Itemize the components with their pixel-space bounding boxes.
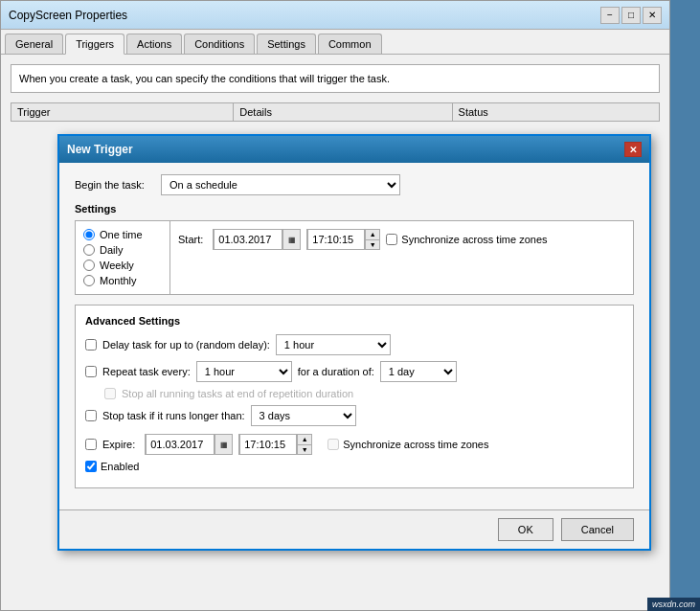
expire-calendar-icon[interactable]: ▦ bbox=[215, 435, 232, 454]
expire-row: Expire: ▦ ▲ ▼ Synchronize across time zo… bbox=[85, 434, 623, 455]
expire-time-field: ▲ ▼ bbox=[238, 434, 312, 455]
minimize-button[interactable]: − bbox=[600, 7, 620, 24]
begin-task-select[interactable]: On a schedule At log on At startup On id… bbox=[161, 174, 400, 195]
stop-running-row: Stop all running tasks at end of repetit… bbox=[85, 388, 623, 399]
enabled-label-row[interactable]: Enabled bbox=[85, 461, 139, 472]
radio-monthly-input[interactable] bbox=[83, 275, 95, 286]
expire-sync-label: Synchronize across time zones bbox=[343, 439, 488, 450]
radio-weekly[interactable]: Weekly bbox=[83, 260, 162, 271]
settings-section: Settings One time Daily bbox=[75, 203, 634, 295]
enabled-checkbox[interactable] bbox=[85, 461, 97, 472]
radio-weekly-input[interactable] bbox=[83, 260, 95, 271]
settings-main: One time Daily Weekly Monthly bbox=[75, 220, 634, 295]
repeat-label: Repeat task every: bbox=[102, 366, 191, 377]
start-time-field: ▲ ▼ bbox=[306, 229, 380, 250]
dialog-footer: OK Cancel bbox=[59, 509, 649, 549]
dialog-title: New Trigger bbox=[67, 143, 133, 156]
advanced-section: Advanced Settings Delay task for up to (… bbox=[75, 305, 634, 488]
ok-button[interactable]: OK bbox=[498, 518, 553, 541]
col-trigger: Trigger bbox=[11, 103, 234, 122]
start-row: Start: ▦ ▲ ▼ bbox=[178, 229, 625, 250]
tab-common[interactable]: Common bbox=[318, 34, 382, 54]
expire-sync-checkbox-input[interactable] bbox=[327, 439, 339, 450]
calendar-icon[interactable]: ▦ bbox=[282, 230, 300, 249]
begin-task-row: Begin the task: On a schedule At log on … bbox=[75, 174, 634, 195]
close-button[interactable]: ✕ bbox=[643, 7, 662, 24]
settings-label: Settings bbox=[75, 203, 634, 215]
duration-label: for a duration of: bbox=[298, 366, 374, 377]
start-time-input[interactable] bbox=[307, 229, 365, 250]
tab-settings[interactable]: Settings bbox=[257, 34, 316, 54]
expire-time-up-btn[interactable]: ▲ bbox=[298, 435, 311, 445]
radio-monthly[interactable]: Monthly bbox=[83, 275, 162, 286]
sync-checkbox[interactable]: Synchronize across time zones bbox=[386, 234, 547, 245]
right-panel: Start: ▦ ▲ ▼ bbox=[170, 220, 634, 295]
start-label: Start: bbox=[178, 234, 203, 245]
repeat-checkbox[interactable] bbox=[85, 366, 97, 377]
expire-time-spinner: ▲ ▼ bbox=[297, 435, 311, 454]
tab-bar: General Triggers Actions Conditions Sett… bbox=[1, 30, 669, 55]
delay-label: Delay task for up to (random delay): bbox=[102, 339, 270, 351]
delay-checkbox[interactable] bbox=[85, 339, 97, 351]
expire-time-down-btn[interactable]: ▼ bbox=[298, 445, 311, 455]
start-date-field: ▦ bbox=[213, 229, 301, 250]
expire-sync-checkbox[interactable]: Synchronize across time zones bbox=[327, 439, 488, 450]
time-down-btn[interactable]: ▼ bbox=[366, 240, 379, 250]
expire-date-field: ▦ bbox=[145, 434, 233, 455]
expire-time-input[interactable] bbox=[239, 434, 297, 455]
description-box: When you create a task, you can specify … bbox=[11, 64, 660, 93]
tab-general[interactable]: General bbox=[5, 34, 63, 54]
delay-select[interactable]: 1 hour 30 minutes 2 hours bbox=[276, 334, 391, 355]
sync-label: Synchronize across time zones bbox=[401, 234, 547, 245]
col-status: Status bbox=[452, 103, 659, 122]
col-details: Details bbox=[234, 103, 452, 122]
stop-longer-label: Stop task if it runs longer than: bbox=[102, 410, 245, 421]
expire-date-input[interactable] bbox=[146, 434, 215, 455]
enabled-row: Enabled bbox=[85, 461, 623, 472]
repeat-task-row: Repeat task every: 1 hour 30 minutes 2 h… bbox=[85, 361, 623, 382]
new-trigger-dialog: New Trigger ✕ Begin the task: On a sched… bbox=[57, 134, 651, 551]
tab-conditions[interactable]: Conditions bbox=[184, 34, 255, 54]
radio-one-time[interactable]: One time bbox=[83, 229, 162, 240]
stop-longer-row: Stop task if it runs longer than: 3 days… bbox=[85, 405, 623, 426]
tab-triggers[interactable]: Triggers bbox=[65, 34, 124, 55]
stop-longer-select[interactable]: 3 days 1 day 1 hour bbox=[251, 405, 356, 426]
time-spinner: ▲ ▼ bbox=[365, 230, 379, 249]
duration-select[interactable]: 1 day 2 days Indefinitely bbox=[380, 361, 457, 382]
begin-task-label: Begin the task: bbox=[75, 179, 161, 191]
stop-running-label: Stop all running tasks at end of repetit… bbox=[122, 388, 353, 399]
dialog-content: Begin the task: On a schedule At log on … bbox=[59, 163, 649, 509]
expire-checkbox[interactable] bbox=[85, 439, 97, 450]
title-bar: CopyScreen Properties − □ ✕ bbox=[1, 1, 669, 30]
time-up-btn[interactable]: ▲ bbox=[366, 230, 379, 240]
watermark: wsxdn.com bbox=[647, 598, 700, 611]
dialog-close-button[interactable]: ✕ bbox=[624, 142, 642, 157]
repeat-select[interactable]: 1 hour 30 minutes 2 hours bbox=[196, 361, 292, 382]
maximize-button[interactable]: □ bbox=[621, 7, 641, 24]
cancel-button[interactable]: Cancel bbox=[561, 518, 634, 541]
expire-label: Expire: bbox=[102, 439, 135, 450]
advanced-title: Advanced Settings bbox=[85, 315, 623, 327]
tab-actions[interactable]: Actions bbox=[126, 34, 182, 54]
dialog-title-bar: New Trigger ✕ bbox=[59, 136, 649, 163]
radio-one-time-input[interactable] bbox=[83, 229, 95, 240]
description-text: When you create a task, you can specify … bbox=[19, 73, 390, 84]
stop-running-checkbox[interactable] bbox=[104, 388, 116, 399]
radio-group: One time Daily Weekly Monthly bbox=[83, 229, 162, 286]
title-bar-buttons: − □ ✕ bbox=[600, 7, 662, 24]
delay-task-row: Delay task for up to (random delay): 1 h… bbox=[85, 334, 623, 355]
window-title: CopyScreen Properties bbox=[9, 9, 127, 22]
stop-longer-checkbox[interactable] bbox=[85, 410, 97, 421]
enabled-label: Enabled bbox=[101, 461, 139, 472]
radio-daily-input[interactable] bbox=[83, 244, 95, 256]
radio-daily[interactable]: Daily bbox=[83, 244, 162, 256]
sync-checkbox-input[interactable] bbox=[386, 234, 397, 245]
trigger-table: Trigger Details Status bbox=[11, 102, 660, 122]
start-date-input[interactable] bbox=[214, 229, 282, 250]
radio-panel: One time Daily Weekly Monthly bbox=[75, 220, 170, 295]
